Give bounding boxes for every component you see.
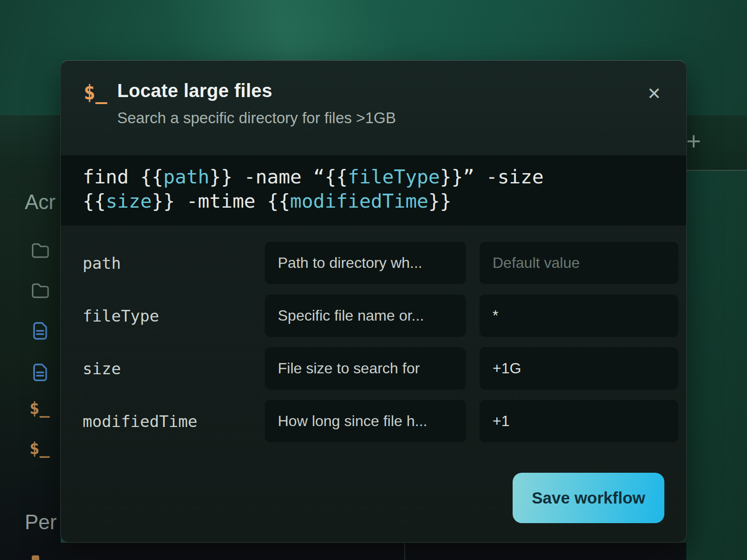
command-template[interactable]: find {{path}} -name “{{fileType}}” -size… — [61, 155, 686, 225]
dialog-title: Locate large files — [117, 80, 272, 101]
warp-app-screen: War + Acr $_ $_ Pe — [0, 0, 747, 560]
size-default-value-input[interactable] — [479, 347, 678, 390]
terminal-pane-fragment — [61, 543, 686, 560]
close-icon[interactable]: ✕ — [643, 83, 665, 105]
workflow-icon[interactable]: $_ — [29, 399, 49, 418]
param-description-field — [265, 242, 466, 284]
notebook-icon[interactable] — [32, 321, 49, 341]
sidebar-section-team[interactable]: Acr — [25, 190, 56, 214]
workflow-prompt-icon: $_ — [84, 81, 107, 104]
param-description-field — [265, 347, 466, 390]
param-name-path: path — [83, 242, 251, 284]
workflow-icon[interactable]: $_ — [29, 439, 49, 458]
filetype-default-value-input[interactable] — [479, 294, 678, 337]
code-var-size: size — [106, 190, 152, 212]
window-right-fragment — [686, 170, 747, 560]
workflow-icon-fragment — [32, 555, 39, 560]
param-value-field — [479, 294, 678, 337]
warp-drive-sidebar-fragment: Acr $_ $_ Per — [0, 170, 61, 560]
save-workflow-dialog: $_ Locate large files Search a specific … — [60, 60, 687, 543]
size-description-input[interactable] — [265, 347, 466, 390]
param-name-modifiedtime: modifiedTime — [83, 400, 251, 442]
path-default-value-input[interactable] — [479, 242, 678, 284]
param-name-size: size — [83, 347, 251, 390]
filetype-description-input[interactable] — [265, 294, 466, 337]
save-workflow-button[interactable]: Save workflow — [513, 473, 664, 523]
code-var-path: path — [163, 166, 210, 188]
folder-icon[interactable] — [30, 241, 50, 259]
code-var-filetype: fileType — [348, 166, 440, 188]
sidebar-section-personal[interactable]: Per — [25, 511, 56, 534]
param-description-field — [265, 400, 466, 442]
param-description-field — [265, 294, 466, 337]
modifiedtime-description-input[interactable] — [265, 400, 466, 442]
code-line-2: {{size}} -mtime {{modifiedTime}} — [83, 190, 451, 212]
pane-divider[interactable] — [404, 543, 405, 560]
folder-icon[interactable] — [30, 281, 50, 299]
notebook-icon[interactable] — [32, 363, 49, 382]
tab-bar-left-fragment: War — [0, 115, 61, 171]
code-line-1: find {{path}} -name “{{fileType}}” -size — [83, 166, 543, 188]
parameter-table: path fileType size modifiedTime — [61, 242, 686, 442]
code-var-modifiedtime: modifiedTime — [290, 190, 428, 212]
param-value-field — [479, 242, 678, 284]
param-name-filetype: fileType — [83, 294, 251, 337]
modifiedtime-default-value-input[interactable] — [479, 400, 678, 442]
param-value-field — [479, 347, 678, 390]
dialog-subtitle: Search a specific directory for files >1… — [117, 109, 396, 127]
param-value-field — [479, 400, 678, 442]
new-tab-plus-icon[interactable]: + — [686, 127, 714, 155]
path-description-input[interactable] — [265, 242, 466, 284]
